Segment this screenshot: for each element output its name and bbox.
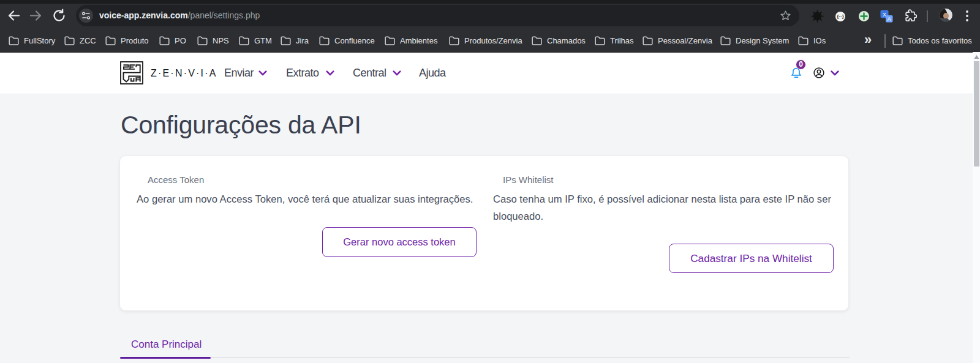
svg-text:A: A [888,16,891,22]
